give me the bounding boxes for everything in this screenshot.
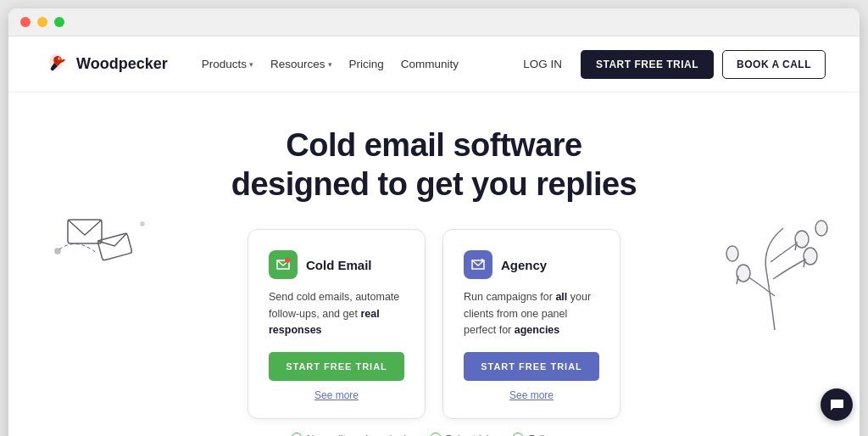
logo-area[interactable]: Woodpecker <box>42 51 168 78</box>
cold-email-card: Cold Email Send cold emails, automate fo… <box>248 229 426 419</box>
browser-chrome <box>8 8 860 36</box>
nav-item-products[interactable]: Products ▾ <box>202 58 253 70</box>
agency-card: Agency Run campaigns for all your client… <box>442 229 620 419</box>
page-content: Woodpecker Products ▾ Resources ▾ Pricin… <box>8 36 860 436</box>
svg-point-7 <box>141 222 144 226</box>
no-credit-card-info: ✓ No credit card required <box>291 433 406 436</box>
chevron-down-icon: ▾ <box>249 60 253 69</box>
agency-see-more-link[interactable]: See more <box>464 389 599 401</box>
agency-card-header: Agency <box>464 250 599 279</box>
agency-desc: Run campaigns for all your clients from … <box>464 289 599 338</box>
info-row: ✓ No credit card required ✓ 7-day trial … <box>25 419 843 436</box>
cold-email-desc: Send cold emails, automate follow-ups, a… <box>269 289 404 338</box>
cards-row: Cold Email Send cold emails, automate fo… <box>25 229 843 419</box>
minimize-button[interactable] <box>37 17 47 27</box>
check-circle-icon: ✓ <box>512 433 524 436</box>
close-button[interactable] <box>20 17 31 27</box>
login-button[interactable]: LOG IN <box>513 51 572 77</box>
check-circle-icon: ✓ <box>291 433 303 436</box>
check-circle-icon: ✓ <box>430 433 442 436</box>
woodpecker-logo-icon <box>42 51 70 78</box>
nav-item-community[interactable]: Community <box>401 58 459 70</box>
cold-email-see-more-link[interactable]: See more <box>269 389 404 401</box>
maximize-button[interactable] <box>54 17 64 27</box>
cold-email-card-header: Cold Email <box>269 250 404 279</box>
browser-window: Woodpecker Products ▾ Resources ▾ Pricin… <box>8 8 860 436</box>
nav-item-resources[interactable]: Resources ▾ <box>270 58 332 70</box>
cold-email-icon <box>269 250 298 279</box>
cold-email-title: Cold Email <box>306 258 372 272</box>
nav-right: LOG IN START FREE TRIAL BOOK A CALL <box>513 50 826 79</box>
cold-email-start-trial-button[interactable]: START FREE TRIAL <box>269 352 404 381</box>
svg-point-13 <box>285 258 290 263</box>
nav-item-pricing[interactable]: Pricing <box>349 58 384 70</box>
chevron-down-icon: ▾ <box>328 60 332 69</box>
navbar: Woodpecker Products ▾ Resources ▾ Pricin… <box>8 36 860 92</box>
book-call-button[interactable]: BOOK A CALL <box>722 50 826 79</box>
full-access-info: ✓ Full access <box>512 433 577 436</box>
seven-day-trial-info: ✓ 7-day trial <box>430 433 489 436</box>
hero-section: Cold email software designed to get you … <box>8 92 860 436</box>
svg-point-3 <box>59 58 60 59</box>
nav-links: Products ▾ Resources ▾ Pricing Community <box>202 58 492 70</box>
agency-title: Agency <box>501 258 547 272</box>
agency-start-trial-button[interactable]: START FREE TRIAL <box>464 352 599 381</box>
agency-icon <box>464 250 492 279</box>
navbar-start-trial-button[interactable]: START FREE TRIAL <box>581 50 714 79</box>
logo-text: Woodpecker <box>76 55 168 73</box>
